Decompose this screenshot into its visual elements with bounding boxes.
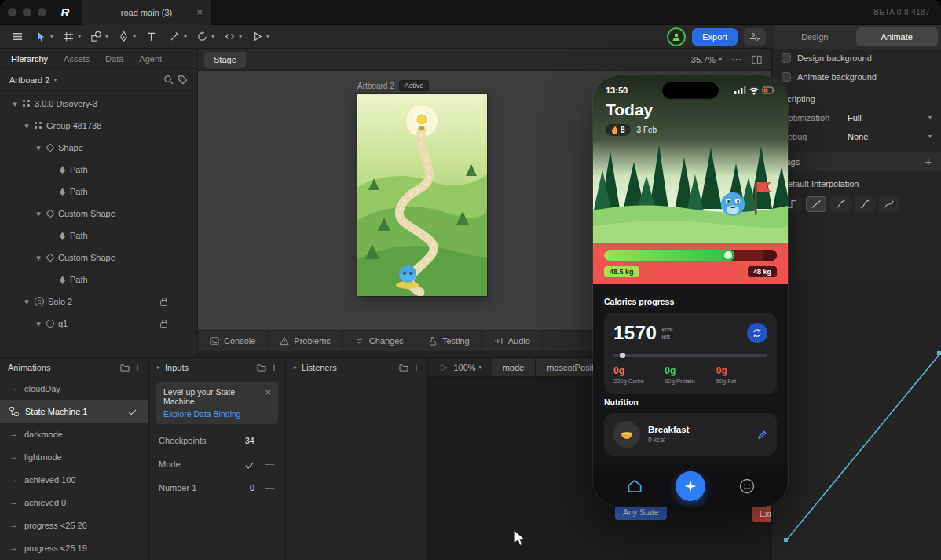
debug-caret-icon[interactable] xyxy=(928,134,932,140)
animation-item[interactable]: cloudDay xyxy=(0,377,148,400)
tree-item[interactable]: Custom Shape xyxy=(0,247,197,269)
artboard-tool[interactable] xyxy=(60,27,77,47)
input-row-mode[interactable]: Mode xyxy=(149,452,285,476)
add-nav-button[interactable] xyxy=(676,471,705,501)
animate-mode-tab[interactable]: Animate xyxy=(856,27,939,46)
layout-columns-icon[interactable] xyxy=(752,55,762,64)
calories-slider-knob[interactable] xyxy=(620,353,625,358)
bind-menu-icon[interactable] xyxy=(265,464,274,465)
timeline-zoom[interactable]: 100% xyxy=(453,358,491,376)
tree-item[interactable]: Custom Shape xyxy=(0,203,197,225)
tab-close-icon[interactable] xyxy=(196,7,203,17)
animation-item[interactable]: progress <25 20 xyxy=(0,514,148,536)
timeline-tab-mode[interactable]: mode xyxy=(492,358,536,376)
input-row-number1[interactable]: Number 1 0 xyxy=(149,476,285,500)
optimization-caret-icon[interactable] xyxy=(928,115,932,121)
bind-menu-icon[interactable] xyxy=(265,488,274,489)
tree-item[interactable]: Path xyxy=(0,269,197,291)
add-animation-button[interactable] xyxy=(134,362,141,373)
knife-tool-caret-icon[interactable] xyxy=(184,34,187,40)
artboard-selector[interactable]: Artboard 2 xyxy=(9,75,49,85)
meal-card[interactable]: Breakfast 0 kcal xyxy=(604,413,777,456)
zoom-control[interactable]: 35.7% xyxy=(691,55,722,64)
expand-caret-icon[interactable] xyxy=(11,100,19,108)
animate-background-checkbox[interactable] xyxy=(782,72,791,82)
inputs-collapse-icon[interactable] xyxy=(157,364,160,371)
animation-item[interactable]: darkmode xyxy=(0,423,148,445)
state-machine-item[interactable]: State Machine 1 xyxy=(0,400,148,423)
folder-icon[interactable] xyxy=(399,364,408,372)
sync-icon[interactable] xyxy=(747,323,767,343)
testing-tab[interactable]: Testing xyxy=(416,331,482,351)
weight-progress-knob[interactable] xyxy=(722,249,734,262)
home-nav-icon[interactable] xyxy=(626,478,643,495)
debug-select[interactable]: None xyxy=(848,132,868,141)
preview-play-tool[interactable] xyxy=(249,27,265,47)
tab-data[interactable]: Data xyxy=(105,54,123,64)
play-button[interactable] xyxy=(428,358,453,376)
listeners-collapse-icon[interactable] xyxy=(294,364,297,371)
tree-item[interactable]: Solo 2 xyxy=(0,291,197,313)
animation-item[interactable]: lightmode xyxy=(0,445,148,468)
tree-item[interactable]: 3.0.0 Disovery-3 xyxy=(0,93,197,115)
window-close-button[interactable] xyxy=(8,8,16,16)
animation-item[interactable]: achieved 0 xyxy=(0,491,148,514)
promo-close-icon[interactable] xyxy=(265,387,271,397)
artboard-dropdown-icon[interactable] xyxy=(53,77,57,83)
lock-icon[interactable] xyxy=(160,322,167,328)
document-tab[interactable]: road main (3) xyxy=(82,0,211,25)
expand-caret-icon[interactable] xyxy=(35,320,42,328)
folder-icon[interactable] xyxy=(257,364,266,372)
any-state-node[interactable]: Any State xyxy=(615,504,667,520)
code-tool[interactable] xyxy=(222,27,238,47)
knife-tool[interactable] xyxy=(167,27,183,47)
interp-linear-button[interactable] xyxy=(806,196,826,212)
folder-icon[interactable] xyxy=(120,364,130,372)
bind-menu-icon[interactable] xyxy=(265,441,274,441)
artboard-name-label[interactable]: Artboard 2 xyxy=(357,82,394,90)
expand-caret-icon[interactable] xyxy=(35,254,42,262)
problems-tab[interactable]: Problems xyxy=(268,331,342,351)
window-minimize-button[interactable] xyxy=(23,8,31,16)
settings-sliders-button[interactable] xyxy=(744,28,766,46)
pen-tool[interactable] xyxy=(115,27,132,47)
window-zoom-button[interactable] xyxy=(38,8,46,16)
expand-caret-icon[interactable] xyxy=(23,122,31,130)
design-background-checkbox[interactable] xyxy=(782,53,791,63)
code-tool-caret-icon[interactable] xyxy=(239,34,242,40)
expand-caret-icon[interactable] xyxy=(23,298,31,306)
input-row-checkpoints[interactable]: Checkpoints 34 xyxy=(149,429,285,452)
constraint-tool[interactable] xyxy=(194,27,211,47)
streak-badge[interactable]: 8 xyxy=(606,124,631,136)
optimization-select[interactable]: Full xyxy=(848,113,862,123)
search-icon[interactable] xyxy=(163,75,174,85)
pen-tool-caret-icon[interactable] xyxy=(133,34,136,40)
lock-icon[interactable] xyxy=(160,300,167,306)
artboard[interactable] xyxy=(357,94,487,296)
interp-custom-button[interactable] xyxy=(879,196,899,212)
user-avatar[interactable] xyxy=(667,27,686,46)
preview-play-caret-icon[interactable] xyxy=(266,34,269,40)
audio-tab[interactable]: Audio xyxy=(482,331,543,351)
menu-button[interactable] xyxy=(9,27,26,47)
animation-item[interactable]: progress <25 19 xyxy=(0,536,148,559)
design-mode-tab[interactable]: Design xyxy=(774,32,856,42)
add-listener-button[interactable] xyxy=(413,362,419,373)
stage-tab[interactable]: Stage xyxy=(204,52,246,68)
tab-agent[interactable]: Agent xyxy=(139,54,162,64)
tag-icon[interactable] xyxy=(178,75,188,85)
interp-ease-button[interactable] xyxy=(855,196,875,212)
exit-state-node[interactable]: Exit xyxy=(752,506,771,522)
add-input-button[interactable] xyxy=(271,362,277,373)
interpolation-curve-editor[interactable] xyxy=(772,281,941,560)
export-button[interactable]: Export xyxy=(692,28,738,46)
shapes-tool-caret-icon[interactable] xyxy=(105,34,108,40)
calories-slider[interactable] xyxy=(613,354,767,357)
animation-item[interactable]: achieved 100 xyxy=(0,468,148,491)
explore-data-binding-link[interactable]: Explore Data Binding xyxy=(163,409,271,419)
mode-checkbox[interactable] xyxy=(246,460,254,468)
interp-cubic-button[interactable] xyxy=(830,196,851,212)
edit-pencil-icon[interactable] xyxy=(757,430,767,440)
tree-item[interactable]: Group 481738 xyxy=(0,115,197,137)
stage-more-button[interactable] xyxy=(731,55,742,64)
